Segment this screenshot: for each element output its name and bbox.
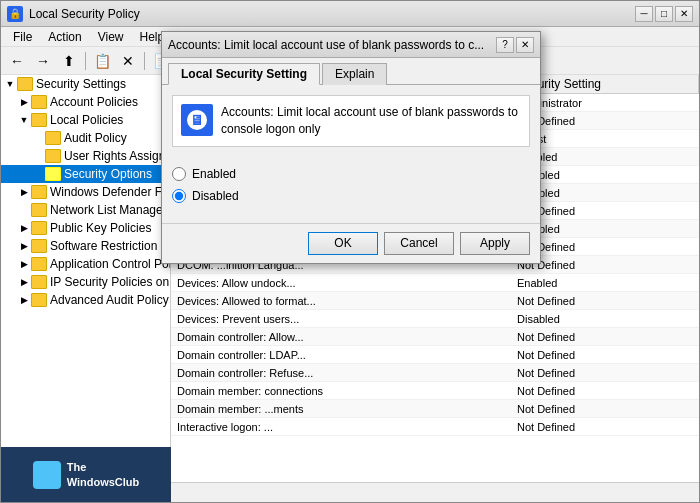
- tab-local-security-setting[interactable]: Local Security Setting: [168, 63, 320, 85]
- policy-icon-inner: 🖥: [187, 110, 207, 130]
- radio-disabled-label: Disabled: [192, 189, 239, 203]
- dialog-footer: OK Cancel Apply: [162, 223, 540, 263]
- policy-description-box: 🖥 Accounts: Limit local account use of b…: [172, 95, 530, 147]
- dialog-overlay: Accounts: Limit local account use of bla…: [1, 1, 700, 503]
- dialog-title: Accounts: Limit local account use of bla…: [168, 38, 496, 52]
- dialog-close-button[interactable]: ✕: [516, 37, 534, 53]
- dialog: Accounts: Limit local account use of bla…: [161, 31, 541, 264]
- radio-disabled-input[interactable]: [172, 189, 186, 203]
- dialog-title-buttons: ? ✕: [496, 37, 534, 53]
- radio-enabled-input[interactable]: [172, 167, 186, 181]
- radio-enabled-option[interactable]: Enabled: [172, 167, 530, 181]
- main-window: 🔒 Local Security Policy ─ □ ✕ File Actio…: [0, 0, 700, 503]
- policy-icon: 🖥: [181, 104, 213, 136]
- dialog-tabs: Local Security Setting Explain: [162, 58, 540, 85]
- tab-explain[interactable]: Explain: [322, 63, 387, 85]
- dialog-title-bar: Accounts: Limit local account use of bla…: [162, 32, 540, 58]
- apply-button[interactable]: Apply: [460, 232, 530, 255]
- dialog-content: 🖥 Accounts: Limit local account use of b…: [162, 85, 540, 223]
- cancel-button[interactable]: Cancel: [384, 232, 454, 255]
- ok-button[interactable]: OK: [308, 232, 378, 255]
- radio-disabled-option[interactable]: Disabled: [172, 189, 530, 203]
- dialog-help-button[interactable]: ?: [496, 37, 514, 53]
- radio-enabled-label: Enabled: [192, 167, 236, 181]
- radio-group: Enabled Disabled: [172, 157, 530, 213]
- policy-description-text: Accounts: Limit local account use of bla…: [221, 104, 521, 138]
